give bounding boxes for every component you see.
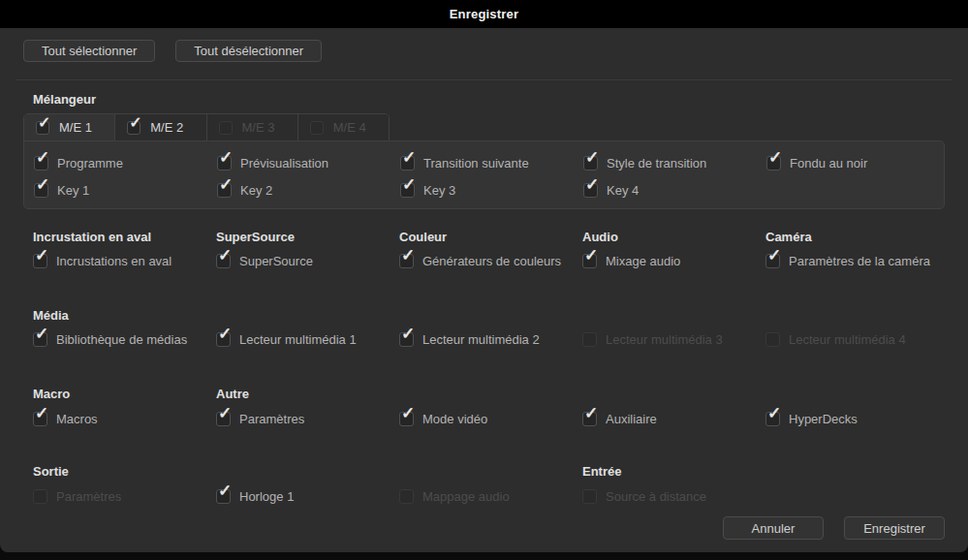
checkbox-box[interactable] xyxy=(583,156,598,171)
dialog-action-buttons: Annuler Enregistrer xyxy=(723,516,945,540)
checkbox-label: Key 1 xyxy=(57,183,89,198)
checkbox-parametres-sortie: Paramètres xyxy=(33,489,216,504)
checkbox-box[interactable] xyxy=(34,156,48,171)
group-headers-row: Incrustation en aval SuperSource Couleur… xyxy=(33,230,953,244)
checkbox-box[interactable] xyxy=(765,254,780,268)
check-icon xyxy=(219,149,233,166)
checkbox-mode-video[interactable]: Mode vidéo xyxy=(399,412,582,426)
checkbox-box[interactable] xyxy=(34,183,48,198)
checkbox-hyperdecks[interactable]: HyperDecks xyxy=(765,412,949,426)
tab-me2-checkbox[interactable] xyxy=(127,121,141,135)
tab-me4: M/E 4 xyxy=(298,114,389,140)
checkbox-box[interactable] xyxy=(765,412,780,426)
checkbox-box[interactable] xyxy=(582,412,597,426)
output-input-headers-row: Sortie Entrée xyxy=(33,464,953,479)
checkbox-transition-suivante[interactable]: Transition suivante xyxy=(400,156,583,171)
check-icon xyxy=(36,149,49,166)
checkbox-label: Programme xyxy=(57,156,123,171)
checkbox-mixage-audio[interactable]: Mixage audio xyxy=(582,254,765,268)
checkbox-box[interactable] xyxy=(216,254,231,268)
checkbox-box[interactable] xyxy=(583,183,598,198)
checkbox-box[interactable] xyxy=(217,183,232,198)
checkbox-box[interactable] xyxy=(399,412,414,426)
checkbox-supersource[interactable]: SuperSource xyxy=(216,254,399,268)
group-checkboxes-row: Incrustations en aval SuperSource Généra… xyxy=(33,254,953,268)
check-icon xyxy=(38,115,50,131)
checkbox-lecteur-multimedia-4: Lecteur multimédia 4 xyxy=(765,332,949,347)
checkbox-previsualisation[interactable]: Prévisualisation xyxy=(217,156,400,171)
tab-me1-label: M/E 1 xyxy=(59,120,92,135)
checkbox-box[interactable] xyxy=(33,254,47,268)
check-icon xyxy=(768,149,782,166)
checkbox-parametres-de-la-camera[interactable]: Paramètres de la caméra xyxy=(765,254,949,268)
audio-header: Audio xyxy=(582,230,765,244)
macro-section-header: Macro xyxy=(33,387,216,401)
checkbox-box xyxy=(582,332,597,347)
checkbox-box[interactable] xyxy=(399,254,414,268)
deselect-all-button[interactable]: Tout désélectionner xyxy=(175,40,322,62)
check-icon xyxy=(584,405,598,421)
tab-me2[interactable]: M/E 2 xyxy=(115,114,206,140)
checkbox-lecteur-multimedia-1[interactable]: Lecteur multimédia 1 xyxy=(216,332,399,347)
check-icon xyxy=(219,176,233,193)
checkbox-box[interactable] xyxy=(216,489,231,504)
dialog-title: Enregistrer xyxy=(450,7,519,21)
checkbox-label: Paramètres xyxy=(239,412,304,426)
check-icon xyxy=(585,176,599,193)
tab-me1-checkbox[interactable] xyxy=(36,121,49,135)
checkbox-fondu-au-noir[interactable]: Fondu au noir xyxy=(766,156,950,171)
cancel-button[interactable]: Annuler xyxy=(723,516,824,540)
checkbox-box[interactable] xyxy=(33,412,47,426)
output-section-header: Sortie xyxy=(33,464,216,479)
media-section-header: Média xyxy=(33,308,69,323)
checkbox-label: Lecteur multimédia 1 xyxy=(239,332,357,347)
checkbox-macros[interactable]: Macros xyxy=(33,412,216,426)
macro-other-headers-row: Macro Autre xyxy=(33,387,953,401)
check-icon xyxy=(585,149,599,166)
checkbox-label: Source à distance xyxy=(606,489,706,504)
checkbox-horloge-1[interactable]: Horloge 1 xyxy=(216,489,399,504)
tab-me1[interactable]: M/E 1 xyxy=(24,114,115,140)
checkbox-auxiliaire[interactable]: Auxiliaire xyxy=(582,412,765,426)
checkbox-box[interactable] xyxy=(216,332,231,347)
checkbox-label: Incrustations en aval xyxy=(56,254,172,268)
checkbox-bibliotheque-de-medias[interactable]: Bibliothèque de médias xyxy=(33,332,216,347)
checkbox-key-2[interactable]: Key 2 xyxy=(217,183,400,198)
save-button[interactable]: Enregistrer xyxy=(844,516,945,540)
checkbox-label: Auxiliaire xyxy=(606,412,657,426)
checkbox-box xyxy=(33,489,47,504)
checkbox-label: Key 4 xyxy=(607,183,639,198)
macro-other-checkboxes-row: Macros Paramètres Mode vidéo Auxiliaire … xyxy=(33,412,953,426)
checkbox-box[interactable] xyxy=(33,332,47,347)
checkbox-box[interactable] xyxy=(400,183,415,198)
checkbox-label: Paramètres xyxy=(56,489,121,504)
color-header: Couleur xyxy=(399,230,582,244)
checkbox-box[interactable] xyxy=(766,156,781,171)
checkbox-programme[interactable]: Programme xyxy=(34,156,217,171)
check-icon xyxy=(218,247,232,264)
checkbox-box[interactable] xyxy=(217,156,232,171)
checkbox-incrustations-en-aval[interactable]: Incrustations en aval xyxy=(33,254,216,268)
checkbox-label: Key 2 xyxy=(240,183,272,198)
checkbox-parametres-autre[interactable]: Paramètres xyxy=(216,412,399,426)
check-icon xyxy=(35,247,48,264)
checkbox-key-1[interactable]: Key 1 xyxy=(34,183,217,198)
select-all-button[interactable]: Tout sélectionner xyxy=(23,40,155,62)
check-icon xyxy=(401,405,415,421)
output-input-checkboxes-row: Paramètres Horloge 1 Mappage audio Sourc… xyxy=(33,489,953,504)
checkbox-key-4[interactable]: Key 4 xyxy=(583,183,766,198)
checkbox-lecteur-multimedia-2[interactable]: Lecteur multimédia 2 xyxy=(399,332,582,347)
checkbox-generateurs-de-couleurs[interactable]: Générateurs de couleurs xyxy=(399,254,582,268)
me-tabstrip: M/E 1 M/E 2 M/E 3 M/E 4 xyxy=(23,113,390,141)
checkbox-box[interactable] xyxy=(216,412,231,426)
checkbox-key-3[interactable]: Key 3 xyxy=(400,183,583,198)
checkbox-box[interactable] xyxy=(582,254,597,268)
checkbox-box[interactable] xyxy=(399,332,414,347)
checkbox-label: Prévisualisation xyxy=(240,156,328,171)
checkbox-label: HyperDecks xyxy=(789,412,858,426)
tab-me3: M/E 3 xyxy=(207,114,298,140)
checkbox-style-de-transition[interactable]: Style de transition xyxy=(583,156,766,171)
me-options-row-1: Programme Prévisualisation Transition su… xyxy=(34,156,940,171)
checkbox-box[interactable] xyxy=(400,156,415,171)
checkbox-label: Horloge 1 xyxy=(239,489,294,504)
